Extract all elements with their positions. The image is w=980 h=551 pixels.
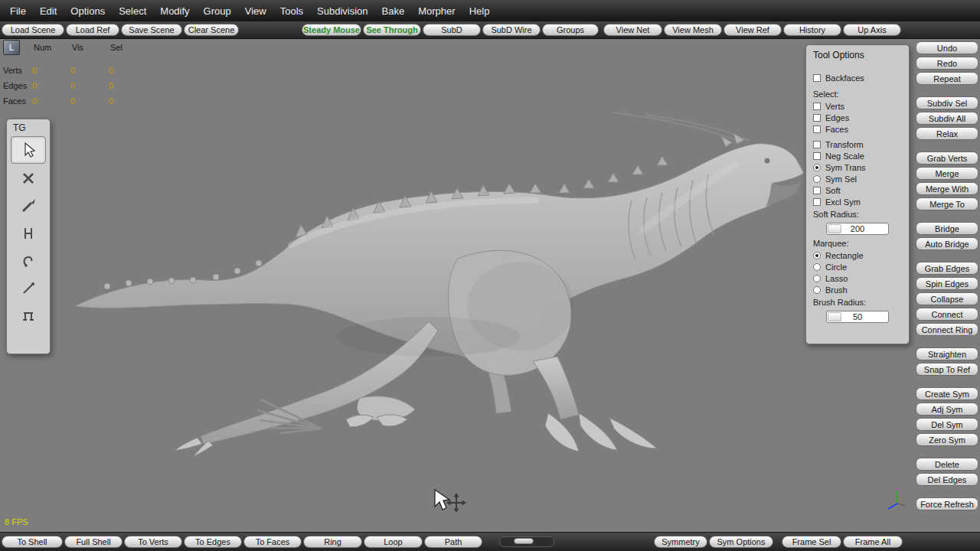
menu-view[interactable]: View bbox=[238, 2, 273, 20]
menu-tools[interactable]: Tools bbox=[273, 2, 310, 20]
menu-select[interactable]: Select bbox=[112, 2, 153, 20]
relax-button[interactable]: Relax bbox=[916, 127, 978, 140]
history-button[interactable]: History bbox=[783, 24, 841, 36]
to-shell-button[interactable]: To Shell bbox=[2, 536, 63, 548]
force-refresh-button[interactable]: Force Refresh bbox=[916, 497, 978, 510]
rectangle-radio[interactable]: Rectangle bbox=[806, 249, 909, 261]
menu-options[interactable]: Options bbox=[64, 2, 112, 20]
backfaces-checkbox[interactable]: Backfaces bbox=[806, 72, 909, 83]
lasso-radio[interactable]: Lasso bbox=[806, 272, 909, 284]
redo-button[interactable]: Redo bbox=[916, 57, 978, 70]
neg-scale-checkbox[interactable]: Neg Scale bbox=[806, 150, 909, 161]
menu-file[interactable]: File bbox=[3, 2, 33, 20]
sym-trans-radio[interactable]: Sym Trans bbox=[806, 161, 909, 173]
collapse-button[interactable]: Collapse bbox=[916, 292, 978, 305]
menu-bake[interactable]: Bake bbox=[375, 2, 412, 20]
clear-scene-button[interactable]: Clear Scene bbox=[184, 24, 239, 36]
fps-counter: 8 FPS bbox=[5, 517, 28, 527]
to-edges-button[interactable]: To Edges bbox=[184, 536, 242, 548]
brush-radius-field[interactable]: 50 bbox=[826, 311, 889, 323]
sym-sel-radio[interactable]: Sym Sel bbox=[806, 173, 909, 184]
groups-toggle[interactable]: Groups bbox=[542, 24, 599, 36]
connect-button[interactable]: Connect bbox=[916, 308, 978, 321]
pen-tool-button[interactable] bbox=[11, 276, 45, 302]
view-mesh-button[interactable]: View Mesh bbox=[664, 24, 722, 36]
connect-ring-button[interactable]: Connect Ring bbox=[916, 323, 978, 336]
menu-help[interactable]: Help bbox=[462, 2, 497, 20]
to-faces-button[interactable]: To Faces bbox=[243, 536, 302, 548]
steady-mouse-toggle[interactable]: Steady Mouse bbox=[302, 24, 361, 36]
sym-options-button[interactable]: Sym Options bbox=[709, 536, 773, 548]
delete-tool-button[interactable] bbox=[11, 165, 45, 191]
select-faces-checkbox[interactable]: Faces bbox=[806, 123, 909, 135]
del-edges-button[interactable]: Del Edges bbox=[916, 473, 978, 486]
view-ref-button[interactable]: View Ref bbox=[724, 24, 782, 36]
knife-tool-button[interactable] bbox=[11, 193, 45, 219]
view-net-button[interactable]: View Net bbox=[603, 24, 662, 36]
to-verts-button[interactable]: To Verts bbox=[124, 536, 182, 548]
verts-option-label: Verts bbox=[825, 102, 844, 111]
select-tool-button[interactable] bbox=[11, 136, 46, 164]
brush-radio[interactable]: Brush bbox=[806, 284, 909, 295]
bend-tool-button[interactable] bbox=[11, 248, 45, 274]
stats-row-faces: Faces 0 0 0 bbox=[3, 93, 164, 109]
del-sym-button[interactable]: Del Sym bbox=[916, 418, 978, 431]
mini-scrollbar-thumb[interactable] bbox=[514, 538, 534, 544]
symmetry-button[interactable]: Symmetry bbox=[654, 536, 707, 548]
undo-button[interactable]: Undo bbox=[916, 41, 978, 54]
subd-wire-toggle[interactable]: SubD Wire bbox=[482, 24, 541, 36]
menu-morpher[interactable]: Morpher bbox=[411, 2, 462, 20]
loop-button[interactable]: Loop bbox=[364, 536, 423, 548]
up-axis-button[interactable]: Up Axis bbox=[843, 24, 901, 36]
mini-scrollbar[interactable] bbox=[499, 536, 554, 547]
frame-sel-button[interactable]: Frame Sel bbox=[782, 536, 841, 548]
merge-button[interactable]: Merge bbox=[916, 167, 978, 180]
repeat-button[interactable]: Repeat bbox=[916, 72, 978, 85]
rectangle-label: Rectangle bbox=[825, 251, 864, 260]
checkbox-icon bbox=[813, 187, 821, 194]
adj-sym-button[interactable]: Adj Sym bbox=[916, 403, 978, 416]
menu-group[interactable]: Group bbox=[197, 2, 238, 20]
excl-sym-checkbox[interactable]: Excl Sym bbox=[806, 196, 909, 207]
spin-edges-button[interactable]: Spin Edges bbox=[916, 277, 978, 290]
merge-to-button[interactable]: Merge To bbox=[916, 197, 978, 210]
ring-button[interactable]: Ring bbox=[303, 536, 362, 548]
create-sym-button[interactable]: Create Sym bbox=[916, 387, 978, 400]
auto-bridge-button[interactable]: Auto Bridge bbox=[916, 237, 978, 250]
merge-with-button[interactable]: Merge With bbox=[916, 182, 978, 195]
load-scene-button[interactable]: Load Scene bbox=[2, 24, 64, 36]
sym-trans-label: Sym Trans bbox=[825, 163, 866, 172]
bridge-button[interactable]: Bridge bbox=[916, 222, 978, 235]
delete-button[interactable]: Delete bbox=[916, 458, 978, 471]
menu-subdivision[interactable]: Subdivision bbox=[310, 2, 375, 20]
bridge-tool-button[interactable] bbox=[11, 220, 45, 246]
subdiv-all-button[interactable]: Subdiv All bbox=[916, 112, 978, 125]
extrude-tool-button[interactable] bbox=[11, 303, 45, 329]
edges-sel: 0 bbox=[109, 81, 147, 90]
see-through-toggle[interactable]: See Through bbox=[363, 24, 421, 36]
grab-edges-button[interactable]: Grab Edges bbox=[916, 262, 978, 275]
path-button[interactable]: Path bbox=[424, 536, 482, 548]
zero-sym-button[interactable]: Zero Sym bbox=[916, 433, 978, 446]
stats-col-vis: Vis bbox=[72, 43, 110, 52]
straighten-button[interactable]: Straighten bbox=[916, 347, 978, 360]
frame-all-button[interactable]: Frame All bbox=[843, 536, 903, 548]
soft-radius-field[interactable]: 200 bbox=[826, 223, 889, 235]
load-ref-button[interactable]: Load Ref bbox=[66, 24, 119, 36]
neg-scale-label: Neg Scale bbox=[825, 152, 864, 161]
select-verts-checkbox[interactable]: Verts bbox=[806, 100, 909, 112]
grab-verts-button[interactable]: Grab Verts bbox=[916, 152, 978, 165]
save-scene-button[interactable]: Save Scene bbox=[121, 24, 182, 36]
snap-to-ref-button[interactable]: Snap To Ref bbox=[916, 363, 978, 376]
slider-thumb-icon[interactable] bbox=[828, 312, 841, 321]
slider-thumb-icon[interactable] bbox=[828, 224, 841, 233]
select-edges-checkbox[interactable]: Edges bbox=[806, 112, 909, 123]
transform-checkbox[interactable]: Transform bbox=[806, 139, 909, 150]
subdiv-sel-button[interactable]: Subdiv Sel bbox=[916, 96, 978, 109]
circle-radio[interactable]: Circle bbox=[806, 261, 909, 272]
full-shell-button[interactable]: Full Shell bbox=[64, 536, 122, 548]
subd-toggle[interactable]: SubD bbox=[423, 24, 481, 36]
menu-edit[interactable]: Edit bbox=[33, 2, 64, 20]
soft-checkbox[interactable]: Soft bbox=[806, 184, 909, 196]
menu-modify[interactable]: Modify bbox=[153, 2, 196, 20]
